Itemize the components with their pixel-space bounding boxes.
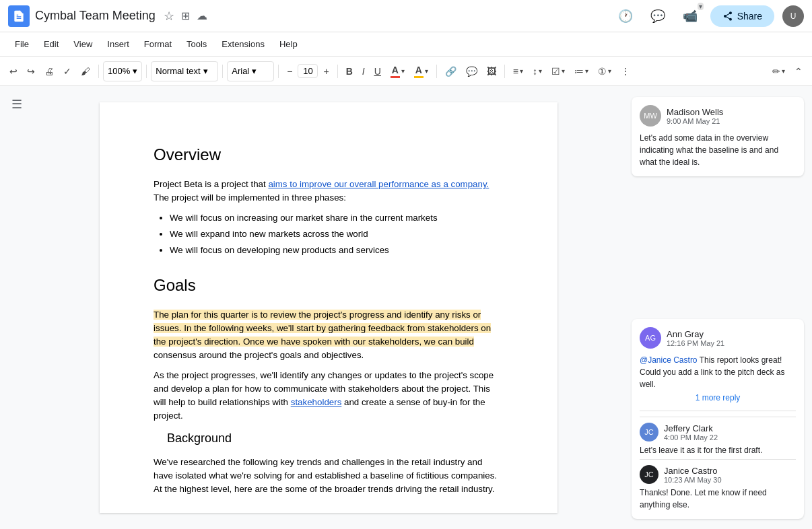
- menu-edit[interactable]: Edit: [37, 36, 65, 52]
- style-chevron: ▾: [203, 66, 208, 76]
- comment-header-2: AG Ann Gray 12:16 PM May 21: [640, 327, 796, 349]
- reply-avatar-2: JC: [640, 465, 658, 484]
- comment-author-1: Madison Wells: [667, 107, 723, 117]
- goals-heading: Goals: [154, 273, 504, 297]
- spell-check-button[interactable]: ✓: [59, 63, 75, 79]
- underline-button[interactable]: U: [370, 63, 385, 79]
- main-area: ☰ Overview Project Beta is a project tha…: [0, 86, 812, 529]
- more-button[interactable]: ⋮: [617, 63, 634, 79]
- outline-icon[interactable]: ☰: [6, 92, 28, 117]
- editing-mode-button[interactable]: ✏ ▾: [768, 63, 789, 79]
- overview-paragraph: Project Beta is a project that aims to i…: [154, 178, 504, 205]
- line-spacing-button[interactable]: ↕ ▾: [529, 63, 546, 79]
- comment-time-2: 12:16 PM May 21: [667, 339, 724, 347]
- highlight-color-button[interactable]: A ▾: [410, 62, 432, 81]
- goals-paragraph-2: As the project progresses, we'll identif…: [154, 369, 504, 423]
- comment-avatar-1: MW: [640, 105, 661, 127]
- numbered-list-button[interactable]: ① ▾: [594, 63, 615, 79]
- font-size-decrease-button[interactable]: −: [283, 63, 296, 79]
- meet-icon[interactable]: 📹 ▾: [678, 4, 702, 28]
- undo-button[interactable]: ↩: [5, 63, 22, 79]
- reply-avatar-1: JC: [640, 423, 658, 442]
- reply-header-2: JC Janice Castro 10:23 AM May 30: [640, 465, 796, 484]
- background-heading: Background: [167, 429, 504, 448]
- list-item: We will expand into new markets across t…: [170, 227, 504, 241]
- separator7: [504, 65, 505, 78]
- move-icon[interactable]: ⊞: [181, 9, 190, 22]
- comments-icon[interactable]: 💬: [646, 4, 670, 28]
- star-icon[interactable]: ☆: [164, 9, 174, 24]
- document-title: Cymbal Team Meeting: [35, 9, 156, 23]
- menu-format[interactable]: Format: [137, 36, 178, 52]
- comment-time-1: 9:00 AM May 21: [667, 117, 723, 125]
- stakeholders-link[interactable]: stakeholders: [291, 397, 342, 407]
- more-replies-label[interactable]: 1 more reply: [640, 390, 796, 405]
- comment-card-2: AG Ann Gray 12:16 PM May 21 @Janice Cast…: [632, 319, 804, 519]
- bullet-list-button[interactable]: ≔ ▾: [570, 63, 593, 79]
- docs-icon[interactable]: [8, 5, 30, 27]
- reply-author-1: Jeffery Clark: [664, 423, 718, 433]
- history-icon[interactable]: 🕐: [613, 4, 638, 28]
- list-item: We will focus on increasing our market s…: [170, 211, 504, 225]
- menu-view[interactable]: View: [67, 36, 99, 52]
- text-color-button[interactable]: A ▾: [386, 62, 409, 81]
- menu-bar: File Edit View Insert Format Tools Exten…: [0, 32, 812, 57]
- menu-file[interactable]: File: [8, 36, 36, 52]
- checklist-button[interactable]: ☑ ▾: [547, 63, 569, 79]
- zoom-selector[interactable]: 100% ▾: [103, 61, 142, 81]
- comment-author-2: Ann Gray: [667, 329, 724, 339]
- text-style-selector[interactable]: Normal text ▾: [151, 61, 218, 81]
- italic-button[interactable]: I: [358, 63, 369, 79]
- zoom-chevron: ▾: [133, 66, 137, 76]
- font-size-increase-button[interactable]: +: [319, 63, 333, 79]
- menu-insert[interactable]: Insert: [100, 36, 136, 52]
- reply-meta-1: Jeffery Clark 4:00 PM May 22: [664, 423, 718, 442]
- insert-link-button[interactable]: 🔗: [441, 63, 461, 79]
- separator1: [98, 65, 99, 78]
- mention-text: @Janice Castro: [640, 355, 698, 365]
- insert-image-button[interactable]: 🖼: [483, 63, 500, 79]
- font-size-input[interactable]: [298, 64, 318, 78]
- overview-link[interactable]: aims to improve our overall performance …: [268, 179, 489, 189]
- comment-header-1: MW Madison Wells 9:00 AM May 21: [640, 105, 796, 127]
- reply-item-1: JC Jeffery Clark 4:00 PM May 22 Let's le…: [640, 417, 796, 456]
- font-chevron: ▾: [252, 66, 257, 76]
- menu-help[interactable]: Help: [273, 36, 304, 52]
- reply-item-2: JC Janice Castro 10:23 AM May 30 Thanks!…: [640, 459, 796, 511]
- list-item: We will focus on developing new products…: [170, 244, 504, 257]
- separator4: [278, 65, 279, 78]
- cloud-icon[interactable]: ☁: [197, 9, 207, 22]
- highlight-chevron: ▾: [425, 67, 428, 75]
- print-button[interactable]: 🖨: [40, 63, 58, 79]
- alignment-button[interactable]: ≡ ▾: [509, 63, 527, 79]
- insert-comment-button[interactable]: 💬: [462, 63, 481, 79]
- comment-meta-2: Ann Gray 12:16 PM May 21: [667, 329, 724, 347]
- overview-heading: Overview: [154, 143, 504, 167]
- separator5: [337, 65, 338, 78]
- header-right: 🕐 💬 📹 ▾ Share U: [613, 4, 804, 28]
- comment-text-2: @Janice Castro This report looks great! …: [640, 354, 796, 390]
- comment-avatar-2: AG: [640, 327, 661, 349]
- font-family-selector[interactable]: Arial ▾: [227, 61, 274, 81]
- overview-list: We will focus on increasing our market s…: [170, 211, 504, 257]
- reply-text-2: Thanks! Done. Let me know if need anythi…: [640, 487, 796, 511]
- document-container[interactable]: Overview Project Beta is a project that …: [34, 86, 623, 529]
- goals-paragraph-highlighted: The plan for this quarter is to review t…: [154, 308, 504, 362]
- show-outline-button[interactable]: ⌃: [790, 63, 807, 79]
- menu-extensions[interactable]: Extensions: [215, 36, 271, 52]
- user-avatar[interactable]: U: [782, 5, 804, 27]
- highlighted-text: The plan for this quarter is to review t…: [154, 310, 491, 347]
- paint-format-button[interactable]: 🖌: [77, 63, 94, 79]
- separator6: [436, 65, 437, 78]
- bold-button[interactable]: B: [342, 63, 357, 79]
- reply-text-1: Let's leave it as it for the first draft…: [640, 444, 796, 456]
- separator2: [146, 65, 147, 78]
- title-icons: ☆ ⊞ ☁: [164, 9, 207, 24]
- reply-author-2: Janice Castro: [664, 466, 722, 476]
- reply-header-1: JC Jeffery Clark 4:00 PM May 22: [640, 423, 796, 442]
- highlight-bar: [414, 76, 424, 78]
- redo-button[interactable]: ↪: [23, 63, 39, 79]
- share-button[interactable]: Share: [710, 5, 774, 27]
- menu-tools[interactable]: Tools: [180, 36, 213, 52]
- left-sidebar: ☰: [0, 86, 34, 529]
